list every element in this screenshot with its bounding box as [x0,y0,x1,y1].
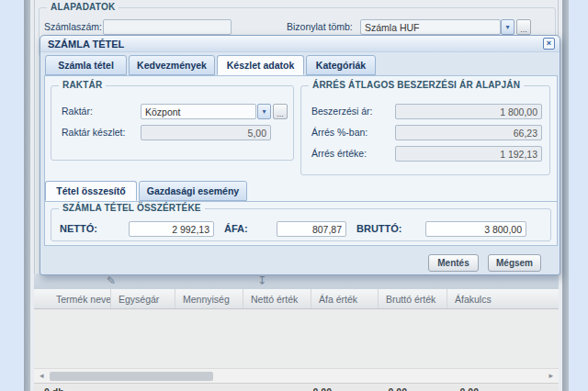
column-header[interactable]: Bruttó érték [378,289,447,308]
items-table-footer: 0 db 0,00 0,00 0,00 [34,383,559,391]
szamlaszam-label: Számlaszám: [44,21,102,32]
pencil-icon[interactable]: ✎ [107,274,116,287]
tab-szamla-tetel[interactable]: Számla tétel [45,55,127,75]
netto-input[interactable] [129,221,214,237]
afa-sum: 0,00 [352,386,407,391]
scroll-left-icon[interactable]: ◂ [40,371,44,380]
bizonylat-tomb-value: Számla HUF [365,22,420,33]
window-border-left [24,0,30,391]
brutto-sum: 0,00 [424,386,479,391]
raktar-group: RAKTÁR [51,85,294,161]
tab-tetel-osszesito[interactable]: Tétel összesítő [45,181,137,201]
raktar-label: Raktár: [62,106,93,117]
bizonylat-browse-button[interactable]: ... [516,19,531,35]
items-table-header: Termék neve Egységár Mennyiség Nettó ért… [34,289,559,309]
column-header[interactable]: Nettó érték [243,289,311,308]
tab-kedvezmenyek[interactable]: Kedvezmények [129,55,215,75]
bizonylat-dropdown-button[interactable]: ▾ [501,19,514,35]
alapadatok-legend: ALAPADATOK [47,2,119,12]
tab-kategoriak[interactable]: Kategóriák [306,55,376,75]
raktar-keszlet-label: Raktár készlet: [62,127,125,138]
column-header[interactable]: Áfa érték [311,289,378,308]
horizontal-scrollbar[interactable]: ◂ ▸ [34,368,559,383]
tab-gazdasagi-esemeny[interactable]: Gazdasági esemény [139,181,247,201]
arres-erteke-label: Árrés értéke: [311,148,367,159]
dialog-titlebar[interactable]: SZÁMLA TÉTEL × [40,36,560,52]
tab-keszlet-adatok[interactable]: Készlet adatok [217,55,304,75]
brutto-input[interactable] [425,221,526,237]
items-table-body [34,309,559,368]
ellipsis-icon: ... [277,109,284,118]
scroll-right-icon[interactable]: ▸ [548,371,553,380]
item-toolbar: ✎ ↧ [34,274,559,289]
ellipsis-icon: ... [520,25,527,34]
raktar-legend: RAKTÁR [59,80,106,90]
afa-input[interactable] [277,221,346,237]
beszerzesi-ar-input [395,104,542,119]
column-header[interactable]: Áfakulcs [447,289,512,308]
osszertek-legend: SZÁMLA TÉTEL ÖSSZÉRTÉKE [59,203,205,213]
szamlaszam-input[interactable] [103,19,232,35]
arres-erteke-input [395,146,542,162]
netto-label: NETTÓ: [60,223,97,234]
row-count: 0 db [44,386,64,391]
szamla-tetel-dialog: SZÁMLA TÉTEL × Számla tétel Kedvezmények… [40,35,560,275]
raktar-keszlet-input [141,125,271,140]
raktar-value: Központ [145,106,181,117]
raktar-combobox[interactable]: Központ [141,104,256,119]
arres-legend: ÁRRÉS ÁTLAGOS BESZERZÉSI ÁR ALAPJÁN [309,80,524,90]
chevron-down-icon: ▾ [262,107,266,116]
column-header[interactable]: Mennyiség [175,289,243,308]
netto-sum: 0,00 [277,386,332,391]
close-button[interactable]: × [543,38,555,50]
beszerzesi-ar-label: Beszerzési ár: [311,106,373,117]
raktar-dropdown-button[interactable]: ▾ [257,104,271,119]
cancel-button[interactable]: Mégsem [488,254,541,272]
afa-label: ÁFA: [224,223,248,234]
column-header[interactable]: Termék neve [34,289,110,308]
save-button[interactable]: Mentés [428,254,479,272]
brutto-label: BRUTTÓ: [356,223,402,234]
bizonylat-tomb-label: Bizonylat tömb: [287,21,353,32]
raktar-browse-button[interactable]: ... [273,104,288,119]
arres-szazalek-label: Árrés %-ban: [311,127,368,138]
app-screen: ALAPADATOK Számlaszám: Bizonylat tömb: S… [0,0,588,391]
arrow-down-icon[interactable]: ↧ [257,274,266,287]
arres-szazalek-input [395,125,542,140]
close-icon: × [547,39,551,48]
chevron-down-icon: ▾ [505,23,509,31]
column-header[interactable]: Egységár [110,289,175,308]
bizonylat-tomb-combobox[interactable]: Számla HUF [360,19,501,35]
scrollbar-thumb[interactable] [50,372,213,381]
dialog-title: SZÁMLA TÉTEL [48,39,124,50]
window-border-right [562,0,569,391]
